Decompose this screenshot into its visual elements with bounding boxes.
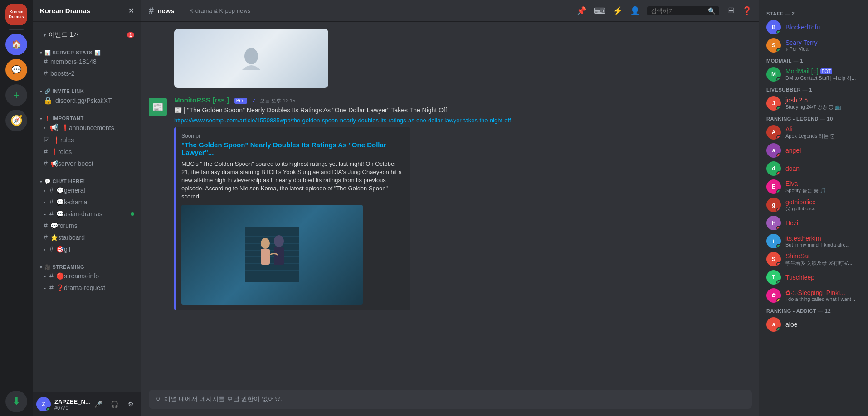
embed-title[interactable]: "The Golden Spoon" Nearly Doubles Its Ra… [181, 141, 405, 156]
channel-item-drama-request[interactable]: ▸ # ❓drama-request [36, 282, 138, 294]
member-name: ShiroSat [785, 252, 861, 260]
channel-item-announcements[interactable]: ▸ 📢 ❗announcements [36, 121, 138, 134]
member-avatar: a [766, 143, 781, 158]
category-header-chat[interactable]: ▾ 💬 CHAT HERE! [36, 179, 138, 184]
member-name: angel [785, 147, 861, 154]
channel-name: 🔴streams-info [56, 272, 99, 280]
member-item-estherkim[interactable]: i its.estherkim But in my mind, I kinda … [763, 232, 864, 250]
channel-name: 🎯gif [56, 246, 71, 253]
avatar-icon: 📰 [152, 102, 164, 112]
channel-name: 💬general [56, 187, 85, 194]
message-group: 📰 MonitoRSS [rss.] BOT ✓ 오늘 오후 12:15 📰 |… [141, 95, 759, 311]
member-status: I do a thing called what I want... [785, 296, 861, 302]
member-item-aloe[interactable]: a aloe [763, 315, 864, 334]
member-status: 学生若多 为歌及母 哭有时宝... [785, 260, 861, 266]
channel-item-roles[interactable]: # ❗roles [36, 146, 138, 158]
server-icon-label: 💬 [11, 65, 21, 75]
hash-icon: # [49, 272, 54, 280]
category-header-server-stats[interactable]: ▾ 📊 SERVER STATS 📊 [36, 50, 138, 56]
channel-item-members[interactable]: # members-18148 [36, 56, 138, 68]
member-item-ali[interactable]: A Ali Apex Legends 하는 중 [763, 123, 864, 141]
channel-hash-icon: # [149, 5, 154, 16]
svg-point-0 [244, 48, 258, 64]
status-dot [776, 77, 781, 82]
channel-name: ❓drama-request [56, 284, 105, 291]
help-icon[interactable]: ❓ [742, 6, 752, 16]
channel-name: ⭐starboard [50, 234, 85, 241]
member-item-hezi[interactable]: H Hezi [763, 214, 864, 232]
channel-item-rules[interactable]: ☑ ❗rules [36, 134, 138, 146]
channel-item-events[interactable]: ▾ 이벤트 1개 1 [36, 29, 138, 41]
arrow-icon: ▸ [44, 200, 46, 205]
plus-icon: + [13, 89, 20, 102]
status-dot [776, 153, 781, 158]
member-item-sleeping-pinki[interactable]: ✿ ✿·:.·Sleeping_Pinki... I do a thing ca… [763, 286, 864, 305]
channel-item-starboard[interactable]: # ⭐starboard [36, 232, 138, 243]
member-avatar: S [766, 252, 781, 266]
server-icon-orange[interactable]: 💬 [5, 59, 27, 81]
download-button[interactable]: ⬇ [5, 391, 27, 412]
channel-item-invite[interactable]: 🔒 discord.gg/PskakXT [36, 94, 138, 106]
channel-item-boosts[interactable]: # boosts-2 [36, 68, 138, 79]
search-bar[interactable]: 🔍 [647, 6, 719, 15]
slash-icon[interactable]: ⌨ [594, 6, 605, 16]
member-avatar: g [766, 198, 781, 212]
status-dot [776, 106, 781, 111]
channel-item-streams-info[interactable]: ▸ # 🔴streams-info [36, 270, 138, 282]
channel-item-server-boost[interactable]: # 📢server-boost [36, 158, 138, 169]
server-icon-korean-dramas[interactable]: KoreanDramas [5, 4, 27, 25]
server-icon-blue[interactable]: 🏠 [5, 34, 27, 55]
member-list: STAFF — 2 B BlockedTofu S Scary Terry ♪ … [759, 0, 868, 416]
add-server-button[interactable]: + [5, 84, 27, 106]
member-name: Scary Terry [785, 39, 861, 46]
avatar-initials: Z [42, 401, 45, 407]
channel-item-asian-dramas[interactable]: ▸ # 💬asian-dramas [36, 208, 138, 220]
status-dot [776, 189, 781, 194]
members-icon[interactable]: 👤 [630, 6, 640, 16]
channel-item-forums[interactable]: # 💬forums [36, 220, 138, 232]
section-header-addict: RANKING - ADDICT — 12 [763, 305, 864, 315]
category-header-important[interactable]: ▾ ❗ IMPORTANT [36, 116, 138, 121]
compass-icon: 🧭 [10, 115, 23, 126]
search-input[interactable] [651, 7, 705, 14]
channel-item-kdrama[interactable]: ▸ # 💬k-drama [36, 196, 138, 208]
collapse-arrow: ▾ [40, 116, 43, 121]
settings-button[interactable]: ⚙ [123, 397, 138, 411]
deafen-button[interactable]: 🎧 [107, 397, 122, 411]
channel-item-gif[interactable]: ▸ # 🎯gif [36, 243, 138, 255]
status-dot [776, 30, 781, 34]
channel-name: ❗roles [50, 148, 72, 155]
member-item-shirosat[interactable]: S ShiroSat 学生若多 为歌及母 哭有时宝... [763, 250, 864, 268]
category-header-streaming[interactable]: ▾ 🎥 STREAMING [36, 264, 138, 270]
message-avatar: 📰 [149, 98, 167, 116]
message-link[interactable]: https://www.soompi.com/article/1550835wp… [174, 117, 752, 124]
member-item-elva[interactable]: E Elva Spotify 듣는 중 🎵 [763, 178, 864, 196]
member-status: DM to Contact Staff | =help 하... [785, 75, 861, 82]
svg-rect-1 [245, 227, 299, 282]
member-info: Tuschleep [785, 274, 861, 281]
member-item-blockedtofu[interactable]: B BlockedTofu [763, 18, 864, 36]
member-info: Scary Terry ♪ Por Vida [785, 39, 861, 52]
status-dot [776, 262, 781, 266]
member-name: its.estherkim [785, 235, 861, 242]
member-item-doan[interactable]: d doan [763, 160, 864, 178]
member-status: Spotify 듣는 중 🎵 [785, 187, 861, 194]
member-item-gothibolicc[interactable]: g gothibolicc @ gothibolicc [763, 196, 864, 214]
pin-icon[interactable]: 📌 [576, 6, 586, 16]
embed-description: MBC's "The Golden Spoon" soared to its h… [181, 160, 405, 201]
activity-icon[interactable]: ⚡ [613, 6, 623, 16]
member-item-scary-terry[interactable]: S Scary Terry ♪ Por Vida [763, 36, 864, 54]
inbox-icon[interactable]: 🖥 [727, 6, 735, 15]
message-author: MonitoRSS [rss.] [174, 96, 229, 104]
member-item-angel[interactable]: a angel [763, 141, 864, 160]
member-item-tuschleep[interactable]: T Tuschleep [763, 268, 864, 286]
category-header-invite[interactable]: ▾ 🔗 INVITE LINK [36, 88, 138, 94]
channel-item-general[interactable]: ▸ # 💬general [36, 184, 138, 196]
member-item-josh[interactable]: J josh 2.5 Studying 24/7 방송 중 📺 [763, 94, 864, 112]
server-header[interactable]: Korean Dramas ✕ [33, 0, 141, 22]
discover-button[interactable]: 🧭 [5, 110, 27, 131]
member-status: But in my mind, I kinda alre... [785, 242, 861, 247]
mute-button[interactable]: 🎤 [91, 397, 105, 411]
member-name: Ali [785, 126, 861, 133]
member-item-modmail[interactable]: M ModMail [=] BOT DM to Contact Staff | … [763, 65, 864, 83]
